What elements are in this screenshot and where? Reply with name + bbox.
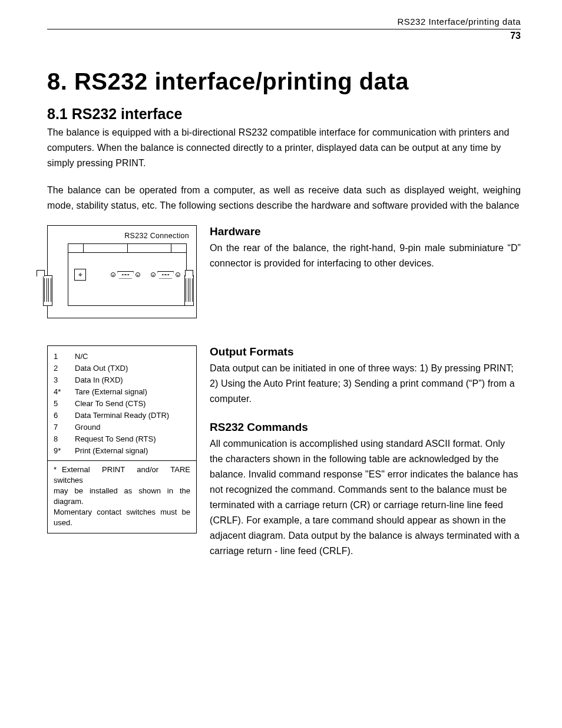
db9-port-icon: • • <box>111 271 140 279</box>
output-formats-heading: Output Formats <box>210 345 521 358</box>
pin-row: 6Data Terminal Ready (DTR) <box>54 410 190 421</box>
intro-paragraph-2: The balance can be operated from a compu… <box>47 183 521 213</box>
pin-row: 2Data Out (TXD) <box>54 363 190 374</box>
connector-diagram: RS232 Connection ⌖ • • <box>47 225 197 318</box>
hardware-heading: Hardware <box>210 225 521 238</box>
running-header: RS232 Interface/printing data <box>47 17 521 29</box>
pin-row: 4*Tare (External signal) <box>54 386 190 398</box>
pin-row: 5Clear To Send (CTS) <box>54 398 190 410</box>
rs232-commands-heading: RS232 Commands <box>210 421 521 434</box>
pin-row: 8Request To Send (RTS) <box>54 433 190 445</box>
fan-icon: ⌖ <box>74 269 86 281</box>
rs232-commands-body: All communication is accomplished using … <box>210 436 521 559</box>
pin-row: 3Data In (RXD) <box>54 374 190 386</box>
diagram-label: RS232 Connection <box>54 232 189 240</box>
pinout-footnote: *External PRINT and/or TARE switches may… <box>48 461 196 533</box>
db9-port-icon: • • <box>151 271 180 279</box>
pin-row: 7Ground <box>54 421 190 433</box>
hardware-body: On the rear of the balance, the right-ha… <box>210 241 521 271</box>
intro-paragraph-1: The balance is equipped with a bi-direct… <box>47 125 521 171</box>
page-number: 73 <box>47 31 521 41</box>
section-title: 8.1 RS232 interface <box>47 106 521 123</box>
pinout-table: 1N/C2Data Out (TXD)3Data In (RXD)4*Tare … <box>47 345 197 533</box>
output-formats-body: Data output can be initiated in one of t… <box>210 361 521 407</box>
pin-row: 1N/C <box>54 351 190 363</box>
pin-row: 9*Print (External signal) <box>54 445 190 457</box>
chapter-title: 8. RS232 interface/printing data <box>47 68 521 95</box>
